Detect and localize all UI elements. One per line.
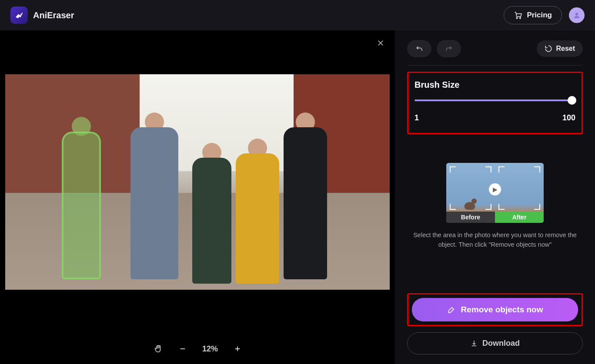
app-logo-icon — [10, 7, 28, 24]
slider-range-labels: 1 100 — [414, 113, 575, 122]
brush-size-title: Brush Size — [414, 80, 575, 90]
zoom-percent: 12% — [202, 344, 218, 354]
redo-button[interactable] — [437, 40, 461, 57]
main: 12% Reset Brush — [0, 30, 595, 364]
remove-objects-button[interactable]: Remove objects now — [412, 298, 578, 321]
preview-before: Before — [446, 163, 495, 223]
image-viewport[interactable] — [0, 30, 395, 334]
slider-thumb[interactable] — [568, 96, 576, 105]
svg-point-1 — [520, 17, 521, 18]
pricing-label: Pricing — [527, 11, 552, 20]
download-button[interactable]: Download — [407, 332, 583, 354]
svg-point-2 — [575, 13, 578, 16]
remove-objects-label: Remove objects now — [461, 305, 543, 314]
undo-button[interactable] — [407, 40, 431, 57]
app-name: AniEraser — [33, 10, 74, 20]
cta-panel: Remove objects now — [407, 293, 583, 326]
cart-icon — [514, 11, 522, 20]
app-header: AniEraser Pricing — [0, 0, 595, 30]
user-avatar[interactable] — [569, 7, 585, 23]
person-figure — [236, 139, 279, 282]
person-figure — [130, 113, 178, 282]
header-right: Pricing — [504, 6, 585, 24]
reset-icon — [545, 45, 552, 53]
preview-after: After — [495, 163, 544, 223]
close-button[interactable] — [377, 39, 384, 47]
slider-max: 100 — [562, 113, 575, 122]
pan-hand-icon[interactable] — [154, 344, 163, 354]
zoom-toolbar: 12% — [0, 334, 395, 364]
pricing-button[interactable]: Pricing — [504, 6, 562, 24]
bird-icon — [461, 192, 478, 210]
before-after-preview: Before After ▶ Select the area in the ph… — [407, 163, 583, 250]
reset-label: Reset — [556, 45, 575, 53]
preview-card: Before After ▶ — [446, 163, 544, 223]
masked-person-selection — [62, 117, 101, 282]
svg-point-0 — [517, 17, 518, 18]
brush-size-slider[interactable] — [414, 99, 575, 101]
before-label: Before — [446, 212, 495, 223]
download-icon — [470, 340, 478, 347]
person-figure — [192, 143, 231, 282]
arrow-right-icon: ▶ — [489, 183, 501, 195]
right-sidebar: Reset Brush Size 1 100 Before — [395, 30, 595, 364]
history-controls: Reset — [407, 40, 583, 57]
person-figure — [284, 113, 327, 282]
download-label: Download — [482, 339, 520, 348]
after-label: After — [495, 212, 544, 223]
slider-min: 1 — [414, 113, 419, 122]
reset-button[interactable]: Reset — [537, 40, 583, 57]
help-text: Select the area in the photo where you w… — [407, 231, 583, 250]
brush-size-panel: Brush Size 1 100 — [407, 72, 583, 134]
brush-icon — [447, 305, 456, 314]
canvas-area: 12% — [0, 30, 395, 364]
edited-photo[interactable] — [5, 74, 390, 290]
divider — [407, 65, 583, 66]
logo-wrap: AniEraser — [10, 7, 74, 24]
zoom-in-button[interactable] — [234, 345, 241, 353]
zoom-out-button[interactable] — [179, 345, 187, 353]
